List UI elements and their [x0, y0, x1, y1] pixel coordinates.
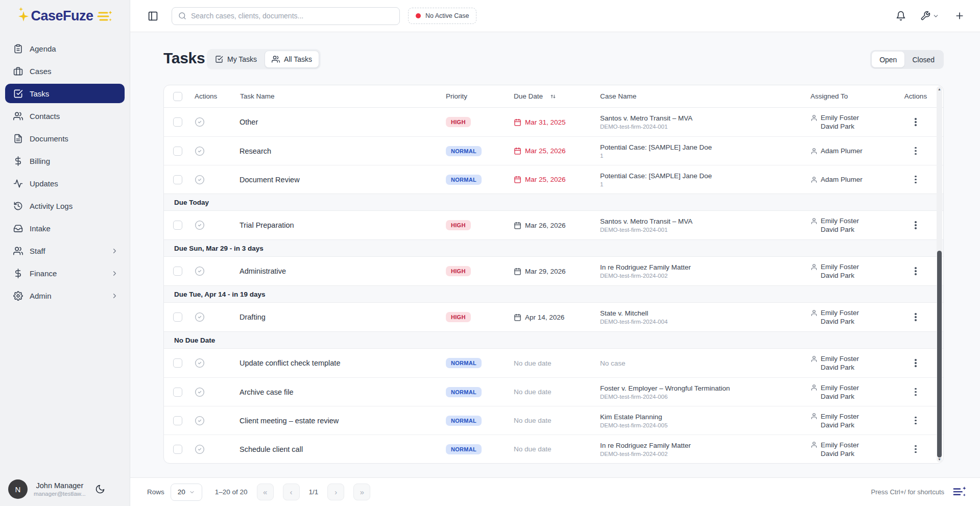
scroll-down-arrow[interactable]: ▼: [937, 457, 942, 461]
tab-all-tasks[interactable]: All Tasks: [265, 51, 319, 68]
task-row[interactable]: Schedule client call NORMAL No due date …: [164, 435, 943, 463]
sidebar-item-admin[interactable]: Admin: [5, 286, 125, 305]
row-checkbox[interactable]: [173, 312, 182, 322]
case-name[interactable]: Santos v. Metro Transit – MVA: [600, 218, 800, 225]
case-name[interactable]: Potential Case: [SAMPLE] Jane Doe: [600, 143, 800, 151]
row-menu-button[interactable]: [912, 173, 920, 187]
sidebar-item-agenda[interactable]: Agenda: [5, 39, 125, 58]
task-row[interactable]: Archive case file NORMAL No due date Fos…: [164, 377, 943, 406]
case-name[interactable]: No case: [600, 359, 800, 367]
complete-task-icon[interactable]: [195, 220, 205, 230]
sidebar-item-tasks[interactable]: Tasks: [5, 84, 125, 103]
row-menu-button[interactable]: [912, 264, 920, 278]
row-menu-button[interactable]: [912, 414, 920, 428]
scroll-up-arrow[interactable]: ▲: [937, 87, 942, 91]
sidebar-item-staff[interactable]: Staff: [5, 241, 125, 260]
row-checkbox[interactable]: [173, 175, 182, 184]
complete-task-icon[interactable]: [195, 444, 205, 454]
sidebar-toggle-icon[interactable]: [148, 11, 158, 21]
first-page-button[interactable]: «: [257, 484, 274, 500]
task-row[interactable]: Document Review NORMAL Mar 25, 2026 Pote…: [164, 165, 943, 194]
case-name[interactable]: Santos v. Metro Transit – MVA: [600, 114, 800, 122]
row-menu-button[interactable]: [912, 385, 920, 399]
rows-per-page-select[interactable]: 20: [171, 484, 202, 501]
sidebar-item-documents[interactable]: Documents: [5, 129, 125, 148]
case-name[interactable]: State v. Mitchell: [600, 309, 800, 317]
row-checkbox[interactable]: [173, 445, 182, 454]
row-menu-button[interactable]: [912, 218, 920, 232]
notifications-bell-icon[interactable]: [896, 11, 906, 21]
row-menu-button[interactable]: [912, 356, 920, 370]
tab-open[interactable]: Open: [872, 52, 904, 67]
row-checkbox[interactable]: [173, 416, 182, 425]
task-name[interactable]: Other: [240, 118, 258, 126]
row-checkbox[interactable]: [173, 147, 182, 156]
sidebar-item-updates[interactable]: Updates: [5, 174, 125, 193]
complete-task-icon[interactable]: [195, 358, 205, 368]
task-row[interactable]: Other HIGH Mar 31, 2025 Santos v. Metro …: [164, 108, 943, 136]
row-menu-button[interactable]: [912, 115, 920, 129]
row-checkbox[interactable]: [173, 358, 182, 368]
row-menu-button[interactable]: [912, 442, 920, 456]
assignee-line: Emily Foster: [810, 441, 901, 449]
task-name[interactable]: Schedule client call: [240, 445, 303, 453]
task-name[interactable]: Document Review: [240, 176, 300, 184]
task-name[interactable]: Update conflict check template: [240, 359, 340, 367]
task-row[interactable]: Administrative HIGH Mar 29, 2026 In re R…: [164, 257, 943, 285]
sidebar-item-intake[interactable]: Intake: [5, 219, 125, 238]
prev-page-button[interactable]: ‹: [283, 484, 300, 500]
dark-mode-toggle-moon-icon[interactable]: [95, 484, 105, 494]
sort-icon[interactable]: [549, 93, 557, 100]
table-scrollbar[interactable]: ▲ ▼: [937, 86, 942, 462]
complete-task-icon[interactable]: [195, 387, 205, 397]
task-name[interactable]: Administrative: [240, 267, 286, 275]
tab-my-tasks[interactable]: My Tasks: [208, 51, 264, 68]
create-new-plus-icon[interactable]: [954, 11, 965, 21]
task-name[interactable]: Client meeting – estate review: [240, 417, 339, 425]
complete-task-icon[interactable]: [195, 266, 205, 276]
row-checkbox[interactable]: [173, 267, 182, 276]
case-name[interactable]: In re Rodriguez Family Matter: [600, 442, 800, 449]
tab-closed[interactable]: Closed: [904, 52, 942, 67]
shortcuts-sparkle-icon[interactable]: [952, 486, 967, 499]
task-row[interactable]: Update conflict check template NORMAL No…: [164, 349, 943, 377]
task-name[interactable]: Archive case file: [240, 388, 294, 396]
select-all-checkbox[interactable]: [173, 92, 182, 101]
row-menu-button[interactable]: [912, 310, 920, 324]
task-name[interactable]: Trial Preparation: [240, 221, 294, 229]
global-search[interactable]: [172, 7, 400, 25]
column-header-due-date[interactable]: Due Date: [501, 92, 588, 100]
next-page-button[interactable]: ›: [327, 484, 344, 500]
case-name[interactable]: Potential Case: [SAMPLE] Jane Doe: [600, 172, 800, 180]
row-checkbox[interactable]: [173, 117, 182, 127]
row-menu-button[interactable]: [912, 144, 920, 158]
tools-menu[interactable]: [920, 11, 939, 21]
task-name[interactable]: Drafting: [240, 313, 266, 321]
complete-task-icon[interactable]: [195, 117, 205, 127]
complete-task-icon[interactable]: [195, 146, 205, 156]
case-name[interactable]: Kim Estate Planning: [600, 413, 800, 421]
case-name[interactable]: Foster v. Employer – Wrongful Terminatio…: [600, 384, 800, 392]
case-name[interactable]: In re Rodriguez Family Matter: [600, 263, 800, 271]
sidebar-item-contacts[interactable]: Contacts: [5, 106, 125, 126]
task-row[interactable]: Drafting HIGH Apr 14, 2026 State v. Mitc…: [164, 303, 943, 331]
last-page-button[interactable]: »: [353, 484, 370, 500]
no-active-case-badge[interactable]: No Active Case: [408, 8, 476, 24]
task-name[interactable]: Research: [240, 147, 271, 155]
row-checkbox[interactable]: [173, 388, 182, 397]
table-scrollbar-thumb[interactable]: [937, 251, 942, 457]
complete-task-icon[interactable]: [195, 416, 205, 426]
complete-task-icon[interactable]: [195, 312, 205, 322]
complete-task-icon[interactable]: [195, 175, 205, 185]
task-row[interactable]: Client meeting – estate review NORMAL No…: [164, 406, 943, 435]
search-input[interactable]: [191, 12, 393, 20]
avatar[interactable]: N: [8, 479, 28, 499]
sidebar-item-cases[interactable]: Cases: [5, 61, 125, 81]
user-menu[interactable]: N John Manager manager@testlaw...: [0, 474, 130, 506]
task-row[interactable]: Trial Preparation HIGH Mar 26, 2026 Sant…: [164, 211, 943, 239]
sidebar-item-activity-logs[interactable]: Activity Logs: [5, 196, 125, 215]
sidebar-item-finance[interactable]: Finance: [5, 263, 125, 283]
task-row[interactable]: Research NORMAL Mar 25, 2026 Potential C…: [164, 136, 943, 165]
sidebar-item-billing[interactable]: Billing: [5, 151, 125, 171]
row-checkbox[interactable]: [173, 221, 182, 230]
